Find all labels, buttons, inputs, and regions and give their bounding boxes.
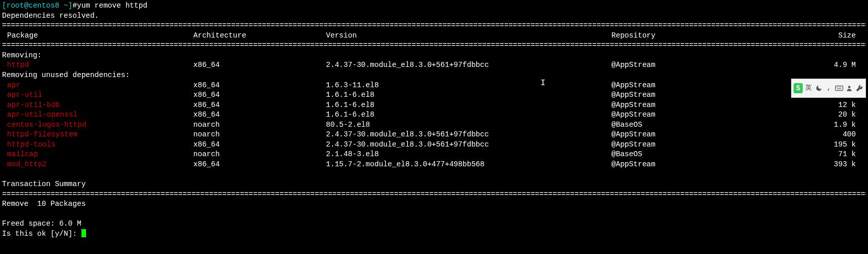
package-name: mailcap [2,150,193,160]
package-size: 1.9 k [752,120,866,130]
package-size: 20 k [752,110,866,120]
ime-toolbar[interactable]: S 英 , [791,79,866,98]
package-repo: @AppStream [611,100,752,111]
freed-space-line: Freed space: 6.0 M [2,219,866,229]
transaction-summary-label: Transaction Summary [2,179,866,190]
svg-rect-0 [836,86,843,90]
package-version: 80.5-2.el8 [326,120,611,130]
package-arch: x86_64 [193,140,326,150]
comma-icon[interactable]: , [825,84,833,93]
person-icon[interactable] [845,84,853,93]
header-architecture: Architecture [193,31,326,41]
package-name: apr-util [2,90,193,100]
prompt-hash: # [72,1,77,11]
package-arch: noarch [193,150,326,160]
package-arch: x86_64 [193,60,326,70]
keyboard-icon[interactable] [835,84,843,93]
confirm-prompt-text: Is this ok [y/N]: [2,229,81,239]
package-version: 1.6.1-6.el8 [326,100,611,111]
package-version: 2.4.37-30.module_el8.3.0+561+97fdbbcc [326,140,611,150]
table-row: httpd-toolsx86_642.4.37-30.module_el8.3.… [2,140,866,150]
package-version: 2.1.48-3.el8 [326,150,611,160]
package-repo: @AppStream [611,60,752,70]
text-caret-icon: I [541,78,546,89]
package-repo: @AppStream [611,110,752,120]
table-row: mailcapnoarch2.1.48-3.el8@BaseOS71 k [2,150,866,160]
rule-header: ========================================… [2,41,866,51]
package-name: apr-util-openssl [2,110,193,120]
prompt-path: ~ [64,1,68,11]
prompt-close: ] [68,1,73,11]
package-arch: x86_64 [193,160,326,170]
table-row: apr-utilx86_641.6.1-6.el8@AppStream231 k [2,90,866,100]
package-repo: @AppStream [611,160,752,170]
ime-logo-icon[interactable]: S [794,83,803,93]
package-version: 2.4.37-30.module_el8.3.0+561+97fdbbcc [326,130,611,140]
header-size: Size [752,31,866,41]
package-version: 1.6.3-11.el8 [326,81,611,91]
table-row: apr-util-bdbx86_641.6.1-6.el8@AppStream1… [2,100,866,111]
table-header: Package Architecture Version Repository … [2,31,866,41]
package-arch: x86_64 [193,90,326,100]
confirm-prompt-line[interactable]: Is this ok [y/N]: [2,229,866,239]
package-name: mod_http2 [2,160,193,170]
blank-line-2 [2,209,866,220]
package-name: httpd-filesystem [2,130,193,140]
terminal-cursor [81,229,86,237]
wrench-icon[interactable] [855,84,863,93]
package-name: apr [2,81,193,91]
package-repo: @BaseOS [611,120,752,130]
package-version: 1.6.1-6.el8 [326,110,611,120]
svg-rect-3 [839,87,840,87]
package-arch: x86_64 [193,100,326,111]
svg-rect-5 [837,89,841,89]
package-arch: noarch [193,120,326,130]
package-name: httpd-tools [2,140,193,150]
prompt-user-host: [root@centos8 [2,1,64,11]
package-size: 400 [752,130,866,140]
rule-top: ========================================… [2,21,866,31]
shell-prompt-line[interactable]: [root@centos8 ~]#yum remove httpd [2,1,866,11]
package-arch: x86_64 [193,110,326,120]
package-size: 4.9 M [752,60,866,70]
package-version: 2.4.37-30.module_el8.3.0+561+97fdbbcc [326,60,611,70]
table-row: aprx86_641.6.3-11.el8@AppStream260 k [2,81,866,91]
package-repo: @AppStream [611,90,752,100]
remove-count-line: Remove 10 Packages [2,199,866,209]
deps-resolved-line: Dependencies resolved. [2,11,866,21]
rule-summary: ========================================… [2,190,866,200]
moon-icon[interactable] [815,84,823,93]
table-row: centos-logos-httpdnoarch80.5-2.el8@BaseO… [2,120,866,130]
table-row: apr-util-opensslx86_641.6.1-6.el8@AppStr… [2,110,866,120]
table-row: mod_http2x86_641.15.7-2.module_el8.3.0+4… [2,160,866,170]
shell-command: yum remove httpd [77,1,147,11]
package-version: 1.6.1-6.el8 [326,90,611,100]
table-row: httpdx86_642.4.37-30.module_el8.3.0+561+… [2,60,866,70]
header-package: Package [2,31,193,41]
removing-unused-section-label: Removing unused dependencies: [2,70,866,81]
package-arch: noarch [193,130,326,140]
header-version: Version [326,31,611,41]
package-arch: x86_64 [193,81,326,91]
package-version: 1.15.7-2.module_el8.3.0+477+498bb568 [326,160,611,170]
svg-rect-2 [838,87,838,87]
package-size: 12 k [752,100,866,111]
package-repo: @AppStream [611,140,752,150]
svg-rect-1 [837,87,837,87]
svg-point-6 [848,86,851,88]
package-size: 393 k [752,160,866,170]
package-name: httpd [2,60,193,70]
package-size: 195 k [752,140,866,150]
package-name: centos-logos-httpd [2,120,193,130]
package-repo: @AppStream [611,81,752,91]
package-repo: @AppStream [611,130,752,140]
blank-line [2,170,866,180]
removing-section-label: Removing: [2,51,866,61]
table-row: httpd-filesystemnoarch2.4.37-30.module_e… [2,130,866,140]
ime-language-button[interactable]: 英 [805,84,813,93]
package-repo: @BaseOS [611,150,752,160]
svg-rect-4 [841,87,841,87]
package-size: 71 k [752,150,866,160]
header-repository: Repository [611,31,752,41]
package-name: apr-util-bdb [2,100,193,111]
